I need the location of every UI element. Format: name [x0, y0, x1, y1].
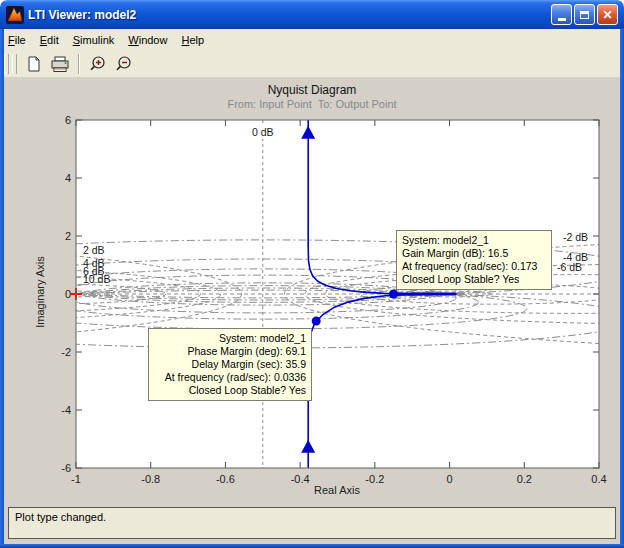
menu-item-file[interactable]: File — [2, 32, 32, 48]
db-label: 0 dB — [252, 126, 274, 138]
status-message: Plot type changed. — [8, 507, 616, 539]
titlebar[interactable]: LTI Viewer: model2 ✕ — [0, 0, 624, 29]
y-tick-label: -4 — [61, 404, 71, 416]
new-document-icon — [25, 55, 43, 73]
close-icon: ✕ — [602, 9, 612, 21]
y-tick-label: -6 — [61, 462, 71, 474]
db-label: 10 dB — [83, 273, 110, 285]
figure-area: Nyquist Diagram From: Input Point To: Ou… — [0, 78, 624, 504]
toolbar — [0, 50, 624, 78]
close-button[interactable]: ✕ — [597, 4, 618, 25]
gain-margin-tooltip[interactable]: System: model2_1Gain Margin (dB): 16.5At… — [396, 230, 552, 290]
tooltip-line: At frequency (rad/sec): 0.0336 — [154, 371, 306, 384]
x-axis-label: Real Axis — [237, 484, 437, 496]
y-tick-label: 6 — [65, 114, 71, 126]
zoom-out-icon — [114, 54, 134, 74]
x-tick-label: -0.8 — [141, 473, 160, 485]
zoom-in-icon — [88, 54, 108, 74]
y-axis-label: Imaginary Axis — [34, 232, 46, 352]
y-tick-label: 4 — [65, 172, 71, 184]
tooltip-line: Closed Loop Stable? Yes — [154, 384, 306, 397]
window-border-bottom — [0, 544, 624, 548]
tooltip-line: At frequency (rad/sec): 0.173 — [402, 260, 546, 273]
tooltip-line: Closed Loop Stable? Yes — [402, 273, 546, 286]
minimize-icon — [558, 18, 566, 21]
x-tick-label: 0.4 — [591, 473, 606, 485]
window-border-left — [0, 29, 4, 548]
minimize-button[interactable] — [551, 4, 572, 25]
x-tick-label: -1 — [71, 473, 81, 485]
toolbar-grip-2 — [12, 54, 17, 74]
db-label: 2 dB — [83, 244, 105, 256]
y-tick-label: 2 — [65, 230, 71, 242]
phase-margin-tooltip[interactable]: System: model2_1Phase Margin (deg): 69.1… — [148, 328, 312, 401]
toolbar-separator — [78, 54, 80, 74]
maximize-icon — [580, 11, 589, 19]
phase-margin-point[interactable] — [312, 317, 321, 326]
print-button[interactable] — [48, 52, 72, 76]
tooltip-line: System: model2_1 — [154, 332, 306, 345]
printer-icon — [50, 55, 70, 73]
maximize-button[interactable] — [574, 4, 595, 25]
matlab-app-icon — [6, 6, 24, 24]
toolbar-grip[interactable] — [4, 54, 9, 74]
tooltip-line: Delay Margin (sec): 35.9 — [154, 358, 306, 371]
x-tick-label: 0.2 — [517, 473, 532, 485]
nyquist-plot[interactable]: 0 dB2 dB4 dB6 dB10 dB-2 dB-4 dB-6 dB-1-0… — [0, 78, 624, 504]
window-border-right — [620, 29, 624, 548]
menu-item-window[interactable]: Window — [122, 32, 173, 48]
db-label: -6 dB — [557, 261, 582, 273]
menubar: File Edit Simulink Window Help — [0, 29, 624, 50]
menu-item-help[interactable]: Help — [175, 32, 210, 48]
x-tick-label: -0.6 — [216, 473, 235, 485]
y-tick-label: -2 — [61, 346, 71, 358]
zoom-in-button[interactable] — [86, 52, 110, 76]
tooltip-line: Phase Margin (deg): 69.1 — [154, 345, 306, 358]
window-title: LTI Viewer: model2 — [28, 8, 551, 22]
lti-viewer-window: LTI Viewer: model2 ✕ File Edit Simulink … — [0, 0, 624, 548]
zoom-out-button[interactable] — [112, 52, 136, 76]
tooltip-line: System: model2_1 — [402, 234, 546, 247]
gain-margin-point[interactable] — [389, 290, 398, 299]
menu-item-simulink[interactable]: Simulink — [67, 32, 121, 48]
menu-item-edit[interactable]: Edit — [34, 32, 65, 48]
new-document-button[interactable] — [22, 52, 46, 76]
status-area: Plot type changed. — [0, 504, 624, 544]
x-tick-label: 0 — [447, 473, 453, 485]
tooltip-line: Gain Margin (dB): 16.5 — [402, 247, 546, 260]
db-label: -2 dB — [563, 231, 588, 243]
